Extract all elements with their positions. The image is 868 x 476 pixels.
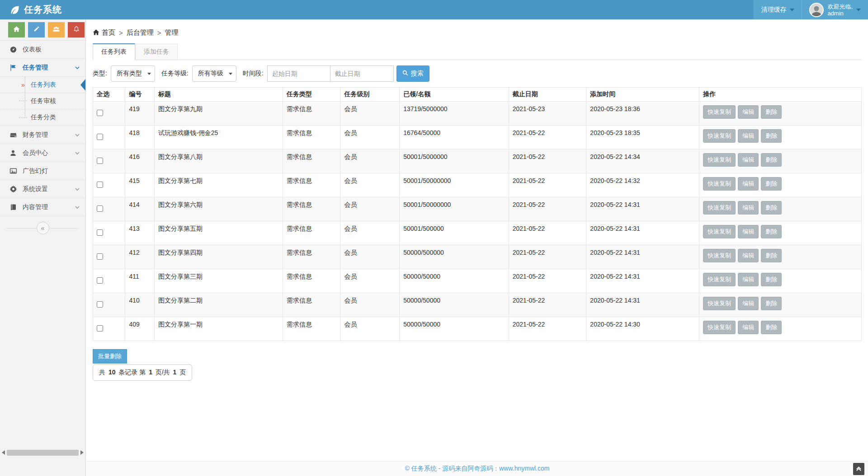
- sidebar-item-label: 内容管理: [23, 203, 69, 211]
- cell-title: 图文分享第六期: [154, 197, 283, 221]
- pencil-icon: [33, 26, 40, 34]
- row-checkbox[interactable]: [97, 277, 103, 284]
- home-icon: [13, 26, 20, 34]
- quick-copy-button[interactable]: 快速复制: [703, 177, 736, 191]
- back-to-top-button[interactable]: [853, 463, 864, 475]
- pagination-page: 1: [149, 369, 152, 376]
- table-row: 415图文分享第七期需求信息会员50001/500000002021-05-22…: [93, 173, 862, 197]
- sidebar-item-dashboard[interactable]: 仪表板: [0, 41, 85, 59]
- edit-button[interactable]: 编辑: [738, 177, 759, 191]
- cell-deadline: 2021-05-22: [509, 293, 586, 317]
- breadcrumb-backend[interactable]: 后台管理: [127, 28, 154, 37]
- row-checkbox[interactable]: [97, 134, 103, 140]
- row-actions-cell: 快速复制编辑删除: [699, 245, 862, 269]
- edit-button[interactable]: 编辑: [738, 105, 759, 119]
- sidebar-item-task-category[interactable]: 任务分类: [0, 109, 85, 126]
- gear-icon: [9, 185, 17, 193]
- cell-type: 需求信息: [283, 149, 340, 173]
- batch-delete-button[interactable]: 批量删除: [93, 349, 127, 364]
- row-checkbox[interactable]: [97, 301, 103, 308]
- row-checkbox[interactable]: [97, 110, 103, 116]
- quick-copy-button[interactable]: 快速复制: [703, 105, 736, 119]
- cell-deadline: 2021-05-22: [509, 269, 586, 293]
- pagination-text: 共: [99, 369, 105, 376]
- delete-button[interactable]: 删除: [761, 105, 782, 119]
- edit-button[interactable]: 编辑: [738, 201, 759, 215]
- quick-copy-button[interactable]: 快速复制: [703, 225, 736, 238]
- delete-button[interactable]: 删除: [761, 249, 782, 262]
- sidebar-item-ad-slides[interactable]: 广告幻灯: [0, 162, 85, 180]
- quick-copy-button[interactable]: 快速复制: [703, 273, 736, 286]
- quick-copy-button[interactable]: 快速复制: [703, 129, 736, 143]
- edit-quick-button[interactable]: [28, 22, 45, 37]
- sidebar-item-member-center[interactable]: 会员中心: [0, 144, 85, 162]
- leaf-icon: [10, 5, 20, 15]
- scrollbar-thumb[interactable]: [7, 450, 79, 456]
- row-checkbox[interactable]: [97, 253, 103, 260]
- sidebar-item-system-settings[interactable]: 系统设置: [0, 180, 85, 198]
- tab-add-task[interactable]: 添加任务: [135, 44, 178, 60]
- quick-copy-button[interactable]: 快速复制: [703, 297, 736, 310]
- tab-task-list[interactable]: 任务列表: [93, 43, 135, 60]
- scroll-right-arrow-icon[interactable]: [80, 450, 84, 455]
- cell-quota: 16764/50000: [400, 126, 509, 149]
- chevron-down-icon: [75, 132, 80, 138]
- row-checkbox[interactable]: [97, 229, 103, 236]
- quick-copy-button[interactable]: 快速复制: [703, 153, 736, 167]
- sidebar-item-label: 财务管理: [23, 131, 69, 139]
- flag-icon: [9, 64, 17, 71]
- sidebar-item-task-list[interactable]: » 任务列表: [0, 77, 85, 93]
- level-select[interactable]: 所有等级: [192, 65, 236, 82]
- row-checkbox[interactable]: [97, 325, 103, 331]
- breadcrumb-home[interactable]: 首页: [93, 28, 115, 37]
- sidebar-collapse-button[interactable]: «: [37, 222, 49, 234]
- search-button[interactable]: 搜索: [396, 65, 429, 82]
- sidebar-item-task-review[interactable]: 任务审核: [0, 93, 85, 109]
- delete-button[interactable]: 删除: [761, 201, 782, 215]
- edit-button[interactable]: 编辑: [738, 225, 759, 238]
- notifications-quick-button[interactable]: [68, 22, 85, 37]
- breadcrumb: 首页 > 后台管理 > 管理: [86, 19, 868, 43]
- cell-title: 图文分享第七期: [154, 173, 283, 197]
- type-select[interactable]: 所有类型: [111, 65, 155, 82]
- delete-button[interactable]: 删除: [761, 297, 782, 310]
- clear-cache-dropdown[interactable]: 清理缓存: [754, 0, 802, 19]
- edit-button[interactable]: 编辑: [738, 153, 759, 167]
- delete-button[interactable]: 删除: [761, 129, 782, 143]
- row-checkbox[interactable]: [97, 158, 103, 164]
- users-quick-button[interactable]: [48, 22, 65, 37]
- quick-copy-button[interactable]: 快速复制: [703, 321, 736, 334]
- sidebar: 仪表板 任务管理 » 任务列表 任务审核 任务分类: [0, 19, 86, 476]
- delete-button[interactable]: 删除: [761, 273, 782, 286]
- sidebar-item-content-management[interactable]: 内容管理: [0, 198, 85, 216]
- home-quick-button[interactable]: [8, 22, 25, 37]
- delete-button[interactable]: 删除: [761, 321, 782, 334]
- edit-button[interactable]: 编辑: [738, 321, 759, 334]
- row-actions-cell: 快速复制编辑删除: [699, 317, 862, 341]
- sidebar-item-finance[interactable]: 财务管理: [0, 126, 85, 144]
- edit-button[interactable]: 编辑: [738, 129, 759, 143]
- edit-button[interactable]: 编辑: [738, 249, 759, 262]
- start-date-input[interactable]: [267, 65, 330, 82]
- row-checkbox[interactable]: [97, 182, 103, 188]
- end-date-input[interactable]: [330, 65, 394, 82]
- sidebar-item-task-management[interactable]: 任务管理: [0, 59, 85, 77]
- delete-button[interactable]: 删除: [761, 153, 782, 167]
- quick-copy-button[interactable]: 快速复制: [703, 201, 736, 215]
- user-dropdown[interactable]: 欢迎光临, admin: [802, 0, 868, 19]
- delete-button[interactable]: 删除: [761, 225, 782, 238]
- edit-button[interactable]: 编辑: [738, 297, 759, 310]
- dashboard-icon: [9, 46, 17, 53]
- edit-button[interactable]: 编辑: [738, 273, 759, 286]
- row-select-cell: [93, 221, 125, 245]
- cell-deadline: 2021-05-22: [509, 221, 586, 245]
- quick-copy-button[interactable]: 快速复制: [703, 249, 736, 262]
- scroll-left-arrow-icon[interactable]: [2, 450, 5, 455]
- row-checkbox[interactable]: [97, 205, 103, 212]
- delete-button[interactable]: 删除: [761, 177, 782, 191]
- drive-icon: [9, 131, 17, 139]
- cell-level: 会员: [340, 173, 400, 197]
- cell-deadline: 2021-05-22: [509, 197, 586, 221]
- active-item-wedge: [80, 79, 85, 91]
- search-icon: [402, 70, 408, 77]
